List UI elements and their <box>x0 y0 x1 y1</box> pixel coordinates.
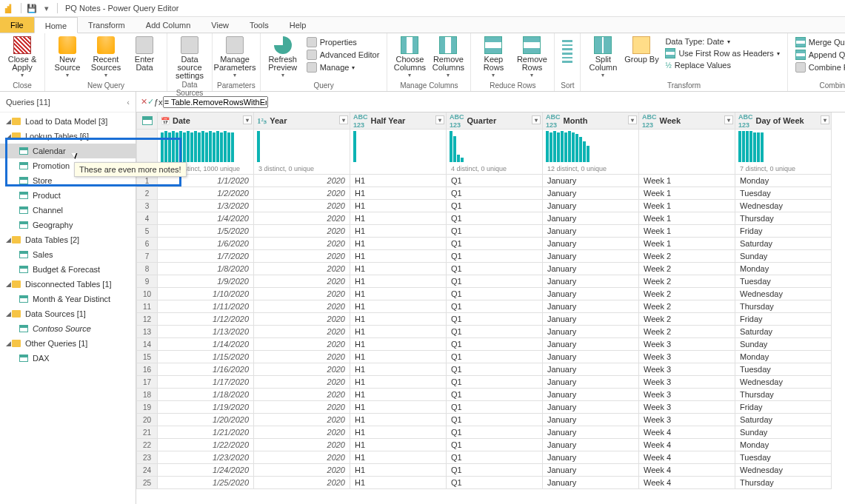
cell[interactable]: Tuesday <box>735 451 832 464</box>
table-row[interactable]: 31/3/20202020H1Q1JanuaryWeek 1Wednesday <box>137 200 832 212</box>
cell[interactable]: 1/12/2020 <box>158 313 254 326</box>
cell[interactable]: Q1 <box>447 414 543 426</box>
datatype-icon[interactable]: 📅 <box>161 117 170 125</box>
cell[interactable]: Week 2 <box>639 263 735 275</box>
cell[interactable]: Week 4 <box>639 451 735 464</box>
cell[interactable]: 1/18/2020 <box>158 389 254 401</box>
cell[interactable]: Saturday <box>735 238 832 250</box>
cell[interactable]: H1 <box>350 187 447 200</box>
cell[interactable]: 1/4/2020 <box>158 212 254 225</box>
cell[interactable]: Thursday <box>735 389 832 401</box>
datatype-icon[interactable]: ABC123 <box>642 112 657 129</box>
cell[interactable]: H1 <box>350 401 447 414</box>
table-row[interactable]: 91/9/20202020H1Q1JanuaryWeek 2Tuesday <box>137 275 832 288</box>
cell[interactable]: Sunday <box>735 250 832 263</box>
cell[interactable]: H1 <box>350 376 447 389</box>
column-header[interactable]: ABC123Month▾ <box>543 112 639 130</box>
cell[interactable]: 1/23/2020 <box>158 451 254 464</box>
table-row[interactable]: 101/10/20202020H1Q1JanuaryWeek 2Wednesda… <box>137 288 832 300</box>
tree-item[interactable]: Budget & Forecast <box>0 262 136 277</box>
group-by-button[interactable]: Group By <box>624 35 659 64</box>
cell[interactable]: 2020 <box>254 275 350 288</box>
tab-transform[interactable]: Transform <box>78 17 136 33</box>
column-filter-icon[interactable]: ▾ <box>724 115 733 124</box>
tree-group-other[interactable]: ◢Other Queries [1] <box>0 336 136 351</box>
tree-item[interactable]: Product <box>0 188 136 203</box>
cell[interactable]: Q1 <box>447 212 543 225</box>
cell[interactable]: January <box>543 212 639 225</box>
cell[interactable]: January <box>543 275 639 288</box>
formula-input[interactable] <box>163 96 268 108</box>
cell[interactable]: 1/20/2020 <box>158 414 254 426</box>
tab-home[interactable]: Home <box>34 17 78 33</box>
cell[interactable]: Thursday <box>735 212 832 225</box>
cell[interactable]: H1 <box>350 363 447 376</box>
cell[interactable]: 2020 <box>254 401 350 414</box>
cell[interactable]: Week 1 <box>639 212 735 225</box>
cell[interactable]: January <box>543 225 639 238</box>
cell[interactable]: Week 3 <box>639 351 735 363</box>
cell[interactable]: H1 <box>350 389 447 401</box>
tab-help[interactable]: Help <box>279 17 317 33</box>
cell[interactable]: H1 <box>350 414 447 426</box>
cell[interactable]: January <box>543 326 639 338</box>
table-row[interactable]: 151/15/20202020H1Q1JanuaryWeek 3Monday <box>137 351 832 363</box>
cell[interactable]: 2020 <box>254 326 350 338</box>
cell[interactable]: Thursday <box>735 300 832 313</box>
cell[interactable]: January <box>543 401 639 414</box>
cell[interactable]: 2020 <box>254 464 350 477</box>
cell[interactable]: January <box>543 376 639 389</box>
table-row[interactable]: 41/4/20202020H1Q1JanuaryWeek 1Thursday <box>137 212 832 225</box>
cell[interactable]: Friday <box>735 313 832 326</box>
cell[interactable]: H1 <box>350 351 447 363</box>
table-row[interactable]: 161/16/20202020H1Q1JanuaryWeek 3Tuesday <box>137 363 832 376</box>
cell[interactable]: January <box>543 363 639 376</box>
cell[interactable]: 1/11/2020 <box>158 300 254 313</box>
cell[interactable]: 1/13/2020 <box>158 326 254 338</box>
cell[interactable]: Week 2 <box>639 275 735 288</box>
cell[interactable]: Q1 <box>447 288 543 300</box>
cell[interactable]: H1 <box>350 275 447 288</box>
cell[interactable]: 2020 <box>254 363 350 376</box>
tab-file[interactable]: File <box>0 17 34 33</box>
cell[interactable]: Friday <box>735 401 832 414</box>
cell[interactable]: H1 <box>350 477 447 489</box>
cell[interactable]: H1 <box>350 288 447 300</box>
cell[interactable]: Q1 <box>447 300 543 313</box>
datatype-icon[interactable]: ABC123 <box>353 112 368 129</box>
cell[interactable]: H1 <box>350 313 447 326</box>
cell[interactable]: 2020 <box>254 263 350 275</box>
cell[interactable]: January <box>543 439 639 451</box>
cell[interactable]: 1/22/2020 <box>158 439 254 451</box>
cell[interactable]: Week 3 <box>639 414 735 426</box>
cell[interactable]: January <box>543 187 639 200</box>
cell[interactable]: Week 3 <box>639 363 735 376</box>
cell[interactable]: Week 3 <box>639 389 735 401</box>
cell[interactable]: Monday <box>735 263 832 275</box>
cell[interactable]: Week 2 <box>639 313 735 326</box>
cell[interactable]: January <box>543 263 639 275</box>
grid-corner[interactable] <box>137 112 158 130</box>
first-row-headers-button[interactable]: Use First Row as Headers ▾ <box>662 47 782 59</box>
qat-save-icon[interactable]: 💾 <box>26 2 38 14</box>
cell[interactable]: 2020 <box>254 200 350 212</box>
cell[interactable]: 1/10/2020 <box>158 288 254 300</box>
cell[interactable]: 1/19/2020 <box>158 401 254 414</box>
formula-commit-icon[interactable]: ✓ <box>147 97 154 107</box>
cell[interactable]: Q1 <box>447 338 543 351</box>
column-filter-icon[interactable]: ▾ <box>435 115 444 124</box>
cell[interactable]: H1 <box>350 212 447 225</box>
cell[interactable]: 1/16/2020 <box>158 363 254 376</box>
qat-dropdown-icon[interactable]: ▾ <box>41 2 53 14</box>
cell[interactable]: H1 <box>350 338 447 351</box>
cell[interactable]: H1 <box>350 451 447 464</box>
cell[interactable]: Wednesday <box>735 376 832 389</box>
cell[interactable]: Q1 <box>447 401 543 414</box>
column-filter-icon[interactable]: ▾ <box>243 115 252 124</box>
cell[interactable]: H1 <box>350 326 447 338</box>
tree-item[interactable]: Month & Year Distinct <box>0 292 136 306</box>
table-row[interactable]: 71/7/20202020H1Q1JanuaryWeek 2Sunday <box>137 250 832 263</box>
cell[interactable]: 2020 <box>254 426 350 439</box>
cell[interactable]: H1 <box>350 426 447 439</box>
fx-icon[interactable]: ƒx <box>154 98 163 107</box>
